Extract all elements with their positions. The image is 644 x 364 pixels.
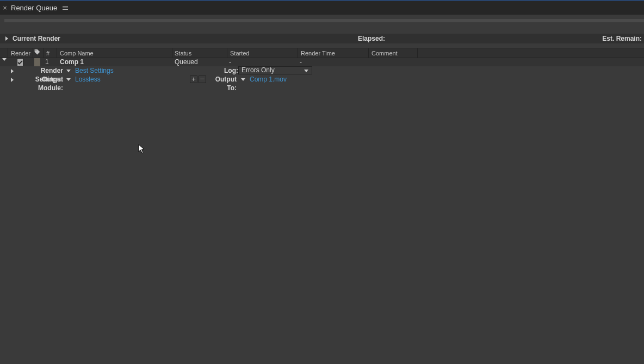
log-dropdown[interactable]: Errors Only xyxy=(238,66,312,74)
cursor-icon xyxy=(138,144,146,154)
col-status[interactable]: Status xyxy=(175,48,191,58)
output-module-link[interactable]: Lossless xyxy=(75,75,101,84)
queue-item-row[interactable]: 1 Comp 1 Queued - - xyxy=(0,58,644,66)
output-module-row: Output Module: Lossless + − Output To: C… xyxy=(0,75,644,84)
item-comp-name: Comp 1 xyxy=(60,58,84,66)
col-comment[interactable]: Comment xyxy=(371,48,398,58)
chevron-down-icon xyxy=(304,70,308,72)
remove-output-button: − xyxy=(199,76,206,83)
panel-menu-icon[interactable] xyxy=(63,6,70,10)
col-render[interactable]: Render xyxy=(11,48,30,58)
close-icon[interactable]: × xyxy=(0,4,10,12)
render-settings-row: Render Settings: Best Settings Log: Erro… xyxy=(0,66,644,75)
output-to-dropdown-icon[interactable] xyxy=(241,78,245,81)
chevron-right-icon[interactable] xyxy=(5,36,8,41)
output-module-dropdown-icon[interactable] xyxy=(66,78,71,81)
col-hash[interactable]: # xyxy=(46,48,49,58)
panel-tab-bar: × Render Queue xyxy=(0,1,644,15)
output-to-label: Output To: xyxy=(208,75,237,84)
render-settings-label: Render Settings: xyxy=(20,66,63,75)
current-render-label: Current Render xyxy=(13,35,60,42)
render-checkbox[interactable] xyxy=(17,58,23,66)
progress-strip xyxy=(4,19,644,22)
render-settings-link[interactable]: Best Settings xyxy=(75,66,114,75)
col-started[interactable]: Started xyxy=(230,48,249,58)
chevron-down-icon[interactable] xyxy=(2,58,7,66)
chevron-right-icon[interactable] xyxy=(11,78,14,82)
log-value: Errors Only xyxy=(242,66,275,74)
label-color-chip[interactable] xyxy=(34,58,40,66)
current-render-bar: Current Render Elapsed: Est. Remain: xyxy=(0,34,644,43)
tag-icon[interactable] xyxy=(34,48,45,58)
output-to-link[interactable]: Comp 1.mov xyxy=(250,75,287,84)
item-render-time: - xyxy=(300,58,302,66)
remain-label: Est. Remain: xyxy=(602,35,642,42)
col-render-time[interactable]: Render Time xyxy=(301,48,335,58)
column-header-row: Render # Comp Name Status Started Render… xyxy=(0,48,644,58)
log-label: Log: xyxy=(224,66,236,75)
item-index: 1 xyxy=(45,58,49,66)
add-output-button[interactable]: + xyxy=(190,76,197,83)
item-status: Queued xyxy=(175,58,198,66)
render-settings-dropdown-icon[interactable] xyxy=(66,70,71,72)
panel-title: Render Queue xyxy=(11,4,57,12)
col-comp-name[interactable]: Comp Name xyxy=(60,48,94,58)
item-started: - xyxy=(229,58,231,66)
chevron-right-icon[interactable] xyxy=(11,69,14,73)
panel-body: Current Render Elapsed: Est. Remain: Ren… xyxy=(0,15,644,364)
output-module-label: Output Module: xyxy=(20,75,63,84)
elapsed-label: Elapsed: xyxy=(358,35,385,42)
